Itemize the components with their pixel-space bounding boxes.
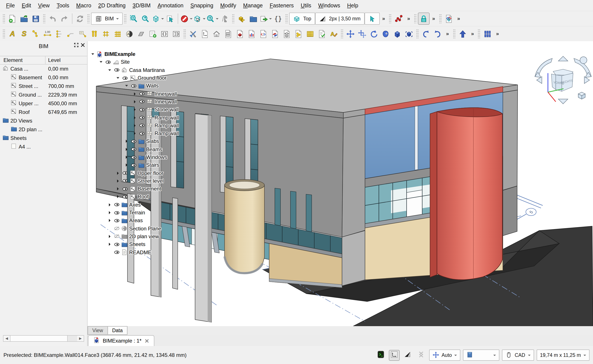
working-plane-button[interactable]: Top bbox=[289, 13, 315, 25]
visibility-eye-icon[interactable] bbox=[121, 75, 129, 81]
scroll-left-arrow[interactable]: ◀ bbox=[3, 336, 10, 341]
tree-item-ramp-wall[interactable]: Ramp wall bbox=[88, 114, 179, 122]
visibility-eye-icon[interactable] bbox=[121, 186, 129, 192]
collapse-arrow-icon[interactable] bbox=[106, 234, 113, 239]
panel-row-2d-views[interactable]: 2D Views bbox=[0, 117, 87, 125]
column-tool-button[interactable] bbox=[88, 28, 100, 40]
quantities-report-button[interactable] bbox=[246, 28, 258, 40]
color-dropdown[interactable] bbox=[463, 350, 500, 361]
scroll-right-arrow[interactable]: ▶ bbox=[77, 336, 84, 341]
visibility-eye-off-icon[interactable] bbox=[113, 226, 120, 231]
refresh-button[interactable] bbox=[74, 13, 86, 25]
draw-style-toggle-button[interactable] bbox=[402, 350, 413, 361]
selection-mode-button[interactable] bbox=[364, 13, 380, 25]
collapse-arrow-icon[interactable] bbox=[115, 195, 121, 199]
visibility-eye-icon[interactable] bbox=[113, 202, 120, 208]
tree-item-street-level[interactable]: Street level bbox=[88, 177, 179, 185]
collapse-arrow-icon[interactable] bbox=[123, 155, 130, 159]
toolbar-grip[interactable] bbox=[183, 29, 186, 39]
toolbar-grip[interactable] bbox=[416, 29, 419, 39]
visibility-eye-icon[interactable] bbox=[121, 178, 129, 184]
open-document-button[interactable] bbox=[18, 13, 30, 25]
measure-button[interactable] bbox=[219, 13, 231, 25]
panel-expand-icon[interactable] bbox=[74, 42, 79, 49]
expression-button[interactable]: {} bbox=[273, 13, 284, 25]
collapse-arrow-icon[interactable] bbox=[123, 147, 130, 151]
visibility-eye-icon[interactable] bbox=[138, 130, 146, 136]
linear-dimension-button[interactable]: 1.00 bbox=[42, 28, 53, 40]
visibility-eye-icon[interactable] bbox=[130, 146, 137, 152]
view-dimensions-dropdown[interactable]: 19,74 m x 11,25 m bbox=[536, 350, 590, 361]
line-style-button[interactable]: 2px | 3,50 mm bbox=[315, 13, 364, 25]
panel-row-2d-plan-[interactable]: 2D plan ... bbox=[0, 125, 87, 134]
views-manager-button[interactable] bbox=[248, 13, 260, 25]
new-document-button[interactable] bbox=[7, 13, 18, 25]
toolbar-grip[interactable] bbox=[478, 29, 480, 39]
hatch-tool-button[interactable] bbox=[135, 28, 147, 40]
visibility-eye-icon[interactable] bbox=[130, 83, 137, 89]
tree-item-ramp-wall[interactable]: Ramp wall bbox=[88, 122, 179, 130]
ifc-explorer-button[interactable] bbox=[258, 28, 269, 40]
toolbar-grip[interactable] bbox=[286, 14, 288, 23]
toolbar-overflow-button[interactable]: » bbox=[443, 31, 452, 37]
tree-item-sheets[interactable]: Sheets bbox=[88, 240, 179, 248]
tree-item-site[interactable]: Site bbox=[88, 58, 179, 66]
visibility-eye-icon[interactable] bbox=[113, 249, 120, 255]
toolbar-grip[interactable] bbox=[453, 29, 455, 39]
menu-3d-bim[interactable]: 3D/BIM bbox=[129, 1, 154, 10]
menu-modify[interactable]: Modify bbox=[217, 1, 240, 10]
copy-tool-button[interactable] bbox=[356, 28, 368, 40]
visibility-eye-icon[interactable] bbox=[104, 59, 112, 65]
toolbar-grip[interactable] bbox=[3, 29, 5, 39]
undo-button[interactable] bbox=[47, 13, 59, 25]
tree-item-basement[interactable]: Basement bbox=[88, 185, 179, 193]
menu-annotation[interactable]: Annotation bbox=[154, 1, 187, 10]
chamfer-tool-button[interactable] bbox=[432, 28, 443, 40]
snap-mode-dropdown[interactable]: Auto bbox=[429, 350, 460, 361]
collapse-arrow-icon[interactable] bbox=[132, 131, 138, 136]
tree-item-axes[interactable]: Axes bbox=[88, 201, 179, 209]
leader-tool-button[interactable] bbox=[65, 28, 77, 40]
column-element[interactable]: Element bbox=[0, 57, 45, 63]
panel-row-sheets[interactable]: Sheets bbox=[0, 134, 87, 143]
panel-row-a4-[interactable]: A4 ... bbox=[0, 143, 87, 151]
menu-2d-drafting[interactable]: 2D Drafting bbox=[95, 1, 129, 10]
tree-item-inner-wall[interactable]: Inner wall bbox=[88, 98, 179, 106]
menu-view[interactable]: View bbox=[34, 1, 53, 10]
levels-dimension-button[interactable] bbox=[53, 28, 65, 40]
panel-horizontal-scrollbar[interactable]: ◀ ▶ bbox=[3, 335, 84, 342]
material-report-button[interactable] bbox=[234, 28, 246, 40]
collapse-arrow-icon[interactable] bbox=[106, 219, 113, 223]
collapse-arrow-icon[interactable] bbox=[123, 139, 130, 143]
spreadsheet-button[interactable] bbox=[304, 28, 316, 40]
tree-item-casa-martirana[interactable]: Casa Martirana bbox=[88, 66, 179, 74]
tab-view[interactable]: View bbox=[87, 326, 108, 335]
tree-item-ramp-wall[interactable]: Ramp wall bbox=[88, 130, 179, 137]
panel-row-street-[interactable]: Street ...700,00 mm bbox=[0, 82, 87, 91]
visibility-eye-icon[interactable] bbox=[130, 154, 137, 160]
axis-system-button[interactable] bbox=[100, 28, 112, 40]
extrude-tool-button[interactable] bbox=[391, 28, 403, 40]
panel-row-roof[interactable]: Roof6749,65 mm bbox=[0, 108, 87, 117]
toolbar-grip[interactable] bbox=[3, 14, 5, 23]
tree-item-bimexample[interactable]: BIMExample bbox=[88, 50, 179, 58]
toolbar-grip[interactable] bbox=[232, 14, 235, 23]
zoom-selection-button[interactable] bbox=[140, 13, 152, 25]
panel-close-icon[interactable] bbox=[80, 42, 85, 49]
rotate-tool-button[interactable] bbox=[368, 28, 380, 40]
tree-item-areas[interactable]: Areas bbox=[88, 216, 179, 225]
fit-all-button[interactable] bbox=[128, 13, 140, 25]
working-plane-toggle-button[interactable] bbox=[389, 350, 400, 361]
save-button[interactable] bbox=[30, 13, 42, 25]
navigation-style-button[interactable] bbox=[165, 13, 176, 25]
expand-arrow-icon[interactable] bbox=[98, 60, 104, 64]
shapestring-tool-button[interactable]: S bbox=[18, 28, 30, 40]
axis-balloon[interactable]: 5 bbox=[526, 208, 536, 216]
move-tool-button[interactable] bbox=[345, 28, 356, 40]
toolbar-grip[interactable] bbox=[439, 14, 441, 23]
fillet-tool-button[interactable] bbox=[420, 28, 432, 40]
tree-item-ground-floor[interactable]: Ground floor bbox=[88, 74, 179, 82]
toolbar-grip[interactable] bbox=[414, 14, 417, 23]
preferences-button[interactable] bbox=[187, 28, 199, 40]
menu-help[interactable]: Help bbox=[344, 1, 361, 10]
